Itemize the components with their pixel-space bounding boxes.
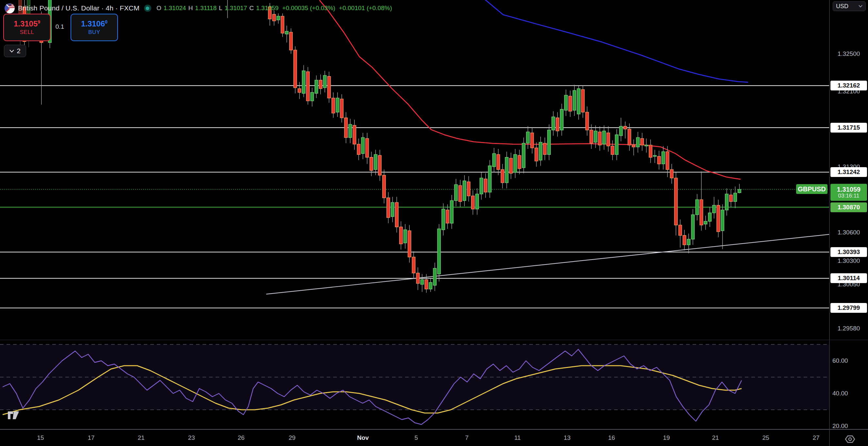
candle[interactable] — [408, 225, 411, 262]
candle[interactable] — [421, 274, 423, 292]
candle[interactable] — [670, 164, 673, 184]
candle[interactable] — [467, 176, 470, 202]
candle[interactable] — [277, 13, 280, 24]
price-level-label[interactable]: 1.31242 — [831, 167, 867, 177]
candle[interactable] — [611, 140, 614, 160]
candle[interactable] — [446, 204, 449, 229]
candle[interactable] — [653, 150, 656, 163]
candle[interactable] — [497, 149, 500, 175]
candle[interactable] — [348, 119, 351, 144]
candle[interactable] — [294, 46, 297, 93]
time-axis-label[interactable]: 19 — [663, 434, 670, 441]
candle[interactable] — [687, 233, 690, 253]
candle[interactable] — [691, 209, 694, 245]
candle[interactable] — [649, 139, 652, 163]
candle[interactable] — [480, 172, 483, 200]
candle[interactable] — [637, 132, 639, 153]
candle[interactable] — [285, 26, 288, 42]
candle[interactable] — [556, 112, 559, 137]
candle[interactable] — [306, 67, 309, 104]
candle[interactable] — [412, 251, 415, 279]
candle[interactable] — [450, 195, 453, 229]
price-level-label[interactable]: 1.31715 — [831, 123, 867, 133]
candle[interactable] — [738, 184, 741, 193]
sell-button[interactable]: 1.31059 SELL — [3, 14, 51, 41]
currency-selector[interactable]: USD — [833, 1, 866, 11]
candle[interactable] — [484, 173, 487, 198]
price-level-label[interactable]: 1.30114 — [831, 273, 867, 283]
candle[interactable] — [539, 136, 542, 165]
candle[interactable] — [704, 216, 707, 230]
candle[interactable] — [382, 169, 385, 203]
candle[interactable] — [658, 151, 660, 170]
tradingview-logo[interactable] — [7, 409, 20, 423]
candle[interactable] — [552, 112, 555, 136]
candle[interactable] — [471, 190, 474, 215]
candle[interactable] — [564, 90, 567, 116]
time-axis-label[interactable]: 21 — [137, 434, 145, 441]
time-axis-label[interactable]: 15 — [37, 434, 44, 441]
candle[interactable] — [281, 13, 284, 37]
candle[interactable] — [509, 153, 512, 179]
candle[interactable] — [526, 126, 529, 149]
lot-size-selector[interactable]: 2 — [4, 45, 26, 57]
candle[interactable] — [624, 122, 627, 138]
candle[interactable] — [590, 124, 593, 149]
symbol-title[interactable]: British Pound / U.S. Dollar · 4h · FXCM — [18, 4, 140, 12]
candle[interactable] — [400, 221, 402, 250]
candle[interactable] — [586, 106, 589, 135]
candle[interactable] — [476, 188, 478, 215]
candle[interactable] — [488, 160, 491, 198]
time-axis-label[interactable]: 25 — [762, 434, 769, 441]
candle[interactable] — [459, 180, 462, 207]
red-ma-line[interactable] — [319, 0, 741, 179]
candle[interactable] — [518, 150, 521, 174]
candle[interactable] — [602, 125, 606, 150]
time-axis-label[interactable]: 13 — [563, 434, 570, 441]
candle[interactable] — [378, 150, 381, 181]
symbol-price-tag[interactable]: GBPUSD — [796, 184, 828, 194]
candle[interactable] — [700, 171, 703, 231]
candle[interactable] — [501, 164, 504, 188]
time-axis-label[interactable]: Nov — [357, 434, 369, 441]
time-axis-label[interactable]: 29 — [288, 434, 295, 441]
candle[interactable] — [615, 129, 618, 160]
candle[interactable] — [708, 207, 711, 227]
blue-ma-line[interactable] — [484, 0, 748, 82]
candle[interactable] — [730, 189, 733, 207]
candle[interactable] — [560, 104, 563, 136]
candle[interactable] — [437, 224, 440, 281]
candle[interactable] — [302, 65, 305, 97]
candle[interactable] — [522, 137, 525, 173]
time-axis-label[interactable]: 27 — [812, 434, 819, 441]
price-level-label[interactable]: 1.29799 — [831, 303, 867, 313]
trend-line[interactable] — [266, 234, 829, 294]
candle[interactable] — [336, 92, 339, 117]
candle[interactable] — [641, 133, 644, 151]
candle[interactable] — [717, 200, 720, 237]
time-axis-label[interactable]: 5 — [414, 434, 418, 441]
candle[interactable] — [433, 263, 436, 291]
candle[interactable] — [598, 126, 601, 151]
candle[interactable] — [442, 203, 445, 235]
time-axis-label[interactable]: 26 — [238, 434, 244, 441]
candle[interactable] — [289, 28, 292, 54]
candle[interactable] — [734, 186, 737, 208]
candle[interactable] — [695, 194, 699, 220]
candle[interactable] — [645, 138, 648, 153]
candle[interactable] — [323, 71, 327, 92]
candle[interactable] — [619, 118, 622, 141]
candle[interactable] — [395, 197, 398, 233]
candle[interactable] — [679, 219, 681, 248]
time-axis-label[interactable]: 17 — [88, 434, 94, 441]
time-axis-label[interactable]: 7 — [465, 434, 469, 441]
time-axis-label[interactable]: 23 — [188, 434, 195, 441]
candle[interactable] — [455, 179, 457, 206]
candle[interactable] — [319, 74, 322, 94]
candle[interactable] — [357, 138, 360, 160]
candle[interactable] — [311, 88, 314, 107]
candle[interactable] — [374, 150, 377, 175]
candle[interactable] — [332, 92, 335, 118]
candle[interactable] — [632, 139, 635, 155]
candle[interactable] — [514, 149, 517, 178]
